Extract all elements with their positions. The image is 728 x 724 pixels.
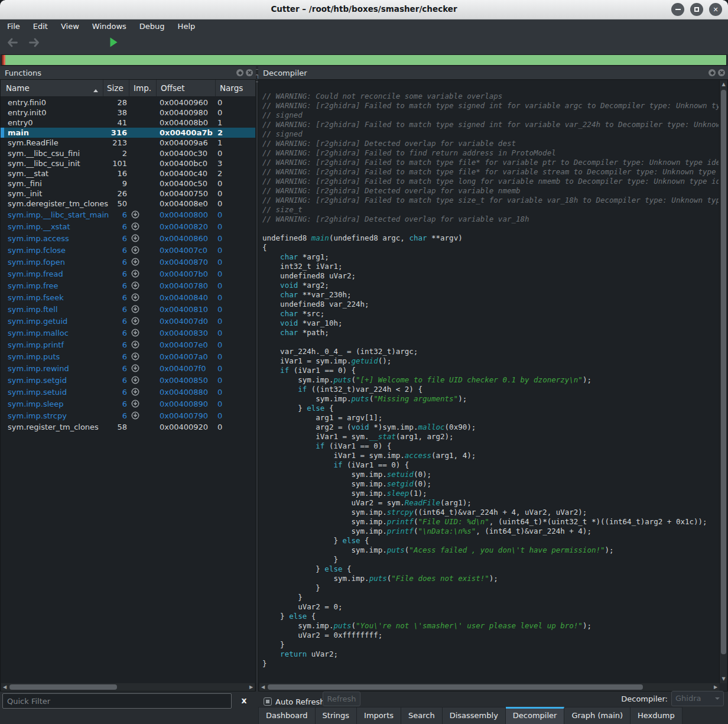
function-row[interactable]: entry.fini0280x004009600 [1, 97, 255, 107]
scrollbar-thumb[interactable] [721, 90, 726, 654]
function-row[interactable]: sym.imp.puts60x004007a00 [1, 350, 255, 362]
code-line: } else { [262, 564, 719, 574]
function-row[interactable]: sym.imp.getuid60x004007d00 [1, 315, 255, 327]
function-size: 58 [100, 422, 127, 431]
function-size: 38 [100, 108, 127, 116]
tab-strings[interactable]: Strings [316, 707, 358, 724]
function-row[interactable]: sym._fini90x00400c500 [1, 178, 255, 189]
code-line: } [262, 640, 719, 650]
function-size: 6 [100, 376, 127, 385]
tab-dashboard[interactable]: Dashboard [258, 707, 316, 724]
function-row[interactable]: sym.imp.sleep60x004008900 [1, 398, 255, 410]
close-icon[interactable]: ✕ [709, 3, 722, 16]
scroll-up-icon[interactable]: ▲ [720, 80, 727, 89]
function-row[interactable]: sym.__libc_csu_init1010x00400bc03 [1, 158, 255, 168]
function-row[interactable]: sym._init260x004007500 [1, 189, 255, 199]
function-row[interactable]: sym.imp.setuid60x004008800 [1, 386, 255, 398]
refresh-button[interactable]: Refresh [323, 691, 360, 706]
code-line: char *path; [262, 328, 719, 337]
column-header-offset[interactable]: Offset [161, 83, 185, 93]
function-size: 2 [100, 148, 127, 157]
function-row[interactable]: sym.imp.ftell60x004008100 [1, 303, 255, 315]
column-header-name[interactable]: Name [6, 83, 30, 93]
function-row[interactable]: main3160x00400a7b2 [1, 128, 255, 138]
undock-icon[interactable] [236, 69, 243, 76]
tab-disassembly[interactable]: Disassembly [443, 707, 506, 724]
minimize-icon[interactable] [671, 3, 684, 16]
function-row[interactable]: sym.imp.free60x004007800 [1, 280, 255, 291]
forward-arrow-icon[interactable] [28, 38, 40, 50]
scroll-right-icon[interactable]: ▶ [712, 683, 719, 691]
decompiler-select[interactable]: Ghidra [671, 691, 724, 706]
menubar: File Edit View Windows Debug Help [0, 20, 728, 33]
function-row[interactable]: sym.imp.printf60x004007e00 [1, 339, 255, 350]
function-row[interactable]: sym.imp.fseek60x004008400 [1, 291, 255, 303]
scroll-right-icon[interactable]: ▶ [248, 683, 255, 691]
function-size: 6 [100, 329, 127, 337]
clear-filter-button[interactable]: x [238, 696, 250, 707]
tab-decompiler[interactable]: Decompiler [506, 707, 565, 724]
quick-filter-input[interactable] [2, 693, 232, 709]
function-row[interactable]: sym.imp.__xstat60x004008200 [1, 220, 255, 232]
column-header-nargs[interactable]: Nargs [220, 83, 243, 93]
function-row[interactable]: sym.__stat160x00400c402 [1, 168, 255, 178]
menu-debug[interactable]: Debug [133, 22, 171, 31]
tab-hexdump[interactable]: Hexdump [630, 707, 682, 724]
menu-windows[interactable]: Windows [86, 22, 133, 31]
function-row[interactable]: sym.imp.fopen60x004008700 [1, 256, 255, 268]
menu-file[interactable]: File [0, 22, 27, 31]
function-row[interactable]: sym.imp.malloc60x004008300 [1, 327, 255, 339]
function-row[interactable]: sym.imp.strcpy60x004007900 [1, 410, 255, 421]
auto-refresh-checkbox[interactable] [264, 697, 272, 706]
function-row[interactable]: sym.deregister_tm_clones500x004008e00 [1, 199, 255, 209]
function-row[interactable]: sym.imp.setgid60x004008500 [1, 374, 255, 386]
decompiler-panel-header: Decompiler [258, 66, 728, 79]
scrollbar-thumb[interactable] [9, 684, 117, 690]
code-line: } [262, 583, 719, 593]
code-line: arg2 = (void *)sym.imp.malloc(0x90); [262, 423, 719, 432]
debug-start-icon[interactable] [109, 37, 118, 50]
functions-horizontal-scrollbar[interactable]: ◀ ▶ [1, 683, 255, 691]
function-row[interactable]: entry.init0380x004009800 [1, 107, 255, 117]
column-header-size[interactable]: Size [107, 83, 124, 93]
scroll-down-icon[interactable]: ▼ [720, 675, 727, 683]
decompiler-code[interactable]: // WARNING: Could not reconcile some var… [262, 92, 719, 683]
function-row[interactable]: sym.ReadFile2130x004009a61 [1, 138, 255, 148]
scrollbar-thumb[interactable] [268, 684, 643, 690]
import-icon [131, 352, 139, 361]
function-name: sym.imp.getuid [8, 317, 67, 326]
function-name: sym.imp.fclose [8, 246, 66, 255]
decompiler-vertical-scrollbar[interactable]: ▲ ▼ [719, 80, 727, 683]
function-row[interactable]: sym.__libc_csu_fini20x00400c300 [1, 148, 255, 158]
function-name: main [8, 128, 29, 137]
tab-search[interactable]: Search [401, 707, 443, 724]
function-row[interactable]: entry0410x004008b01 [1, 117, 255, 127]
function-nargs: 0 [217, 210, 222, 219]
menu-help[interactable]: Help [171, 22, 202, 31]
back-arrow-icon[interactable] [7, 38, 18, 50]
tab-imports[interactable]: Imports [357, 707, 401, 724]
close-panel-icon[interactable] [246, 69, 253, 76]
function-size: 41 [100, 118, 127, 126]
close-panel-icon[interactable] [718, 69, 725, 76]
undock-icon[interactable] [708, 69, 716, 76]
scroll-left-icon[interactable]: ◀ [259, 683, 266, 691]
code-line: } [262, 555, 719, 564]
function-row[interactable]: sym.imp.fclose60x004007c00 [1, 244, 255, 256]
function-size: 6 [100, 270, 127, 278]
function-row[interactable]: sym.imp.access60x004008600 [1, 232, 255, 244]
function-row[interactable]: sym.register_tm_clones580x004009200 [1, 421, 255, 431]
maximize-icon[interactable] [690, 3, 703, 16]
code-line: char *src; [262, 309, 719, 319]
function-row[interactable]: sym.imp.__libc_start_main60x004008000 [1, 209, 255, 220]
scroll-left-icon[interactable]: ◀ [1, 683, 8, 691]
function-row[interactable]: sym.imp.rewind60x004007f00 [1, 362, 255, 374]
function-name: sym.__libc_csu_init [8, 158, 80, 167]
function-nargs: 0 [217, 305, 222, 314]
decompiler-horizontal-scrollbar[interactable]: ◀ ▶ [259, 683, 719, 691]
menu-edit[interactable]: Edit [27, 22, 54, 31]
function-row[interactable]: sym.imp.fread60x004007b00 [1, 268, 255, 280]
menu-view[interactable]: View [54, 22, 86, 31]
tab-graph-main[interactable]: Graph (main) [564, 707, 630, 724]
column-header-imp[interactable]: Imp. [134, 83, 151, 93]
